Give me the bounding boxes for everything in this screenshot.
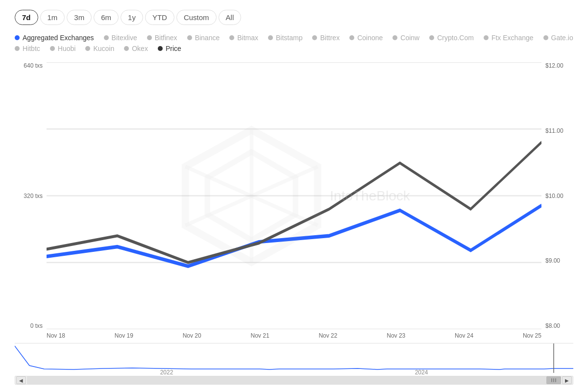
legend-dot-aggregated (15, 35, 20, 40)
legend-dot-bitexlive (104, 35, 109, 40)
chart-wrapper: 640 txs 320 txs 0 txs IntoTheBlock (15, 62, 573, 387)
legend-label-binance: Binance (195, 34, 220, 42)
mini-year-2024: 2024 (415, 369, 428, 376)
scroll-thumb[interactable] (546, 376, 561, 384)
legend-kucoin[interactable]: Kucoin (85, 45, 114, 52)
scroll-grip-line-1 (551, 378, 552, 382)
legend-label-coinw: Coinw (400, 34, 419, 42)
legend-dot-huobi (50, 46, 55, 51)
legend-aggregated-exchanges[interactable]: Aggregated Exchanges (15, 34, 94, 42)
legend-cryptocom[interactable]: Crypto.Com (429, 34, 474, 42)
x-label-nov24: Nov 24 (455, 332, 473, 339)
legend-label-gateio: Gate.io (551, 34, 573, 42)
legend-label-ftx: Ftx Exchange (491, 34, 534, 42)
time-btn-all[interactable]: All (219, 10, 242, 25)
main-chart-svg-container: IntoTheBlock (47, 62, 541, 329)
y-axis-left: 640 txs 320 txs 0 txs (15, 62, 47, 329)
legend-label-kucoin: Kucoin (93, 45, 114, 52)
time-btn-1y[interactable]: 1y (121, 10, 143, 25)
mini-chart-container: 2022 2024 ◀ ▶ (15, 343, 573, 387)
main-chart-area: 640 txs 320 txs 0 txs IntoTheBlock (15, 62, 573, 329)
legend-coinone[interactable]: Coinone (349, 34, 383, 42)
mini-year-2022: 2022 (160, 369, 173, 376)
legend-huobi[interactable]: Huobi (50, 45, 76, 52)
legend-dot-kucoin (85, 46, 90, 51)
x-label-nov25: Nov 25 (523, 332, 541, 339)
main-chart (47, 62, 541, 329)
legend-dot-okex (124, 46, 129, 51)
y-label-10: $10.00 (545, 193, 573, 199)
legend-dot-gateio (543, 35, 548, 40)
x-label-nov22: Nov 22 (318, 332, 337, 339)
time-range-selector: 7d 1m 3m 6m 1y YTD Custom All (15, 10, 573, 25)
time-btn-7d[interactable]: 7d (15, 10, 38, 25)
legend-bitmax[interactable]: Bitmax (229, 34, 258, 42)
time-btn-1m[interactable]: 1m (40, 10, 65, 25)
legend-dot-bitmax (229, 35, 234, 40)
scroll-thumb-grip (551, 378, 556, 382)
legend-price[interactable]: Price (158, 45, 181, 52)
legend-bitstamp[interactable]: Bitstamp (268, 34, 302, 42)
mini-chart-line (15, 346, 573, 369)
legend-dot-binance (187, 35, 192, 40)
x-label-nov19: Nov 19 (115, 332, 133, 339)
legend-bitfinex[interactable]: Bitfinex (147, 34, 177, 42)
legend-dot-coinw (392, 35, 397, 40)
legend-dot-bitfinex (147, 35, 152, 40)
legend-label-bitstamp: Bitstamp (276, 34, 302, 42)
time-btn-3m[interactable]: 3m (67, 10, 92, 25)
x-label-nov21: Nov 21 (251, 332, 270, 339)
x-label-nov20: Nov 20 (183, 332, 201, 339)
x-label-nov23: Nov 23 (387, 332, 405, 339)
scroll-track (27, 376, 561, 384)
y-label-320: 320 txs (15, 193, 43, 199)
legend-label-bittrex: Bittrex (320, 34, 340, 42)
legend-dot-hitbtc (15, 46, 20, 51)
y-axis-right: $12.00 $11.00 $10.00 $9.00 $8.00 (541, 62, 573, 329)
y-label-8: $8.00 (545, 322, 573, 329)
x-label-nov18: Nov 18 (47, 332, 65, 339)
scroll-left-arrow[interactable]: ◀ (16, 376, 26, 384)
time-btn-6m[interactable]: 6m (94, 10, 119, 25)
y-label-9: $9.00 (545, 257, 573, 264)
legend-hitbtc[interactable]: Hitbtc (15, 45, 40, 52)
legend-dot-cryptocom (429, 35, 434, 40)
y-label-12: $12.00 (545, 62, 573, 69)
legend-okex[interactable]: Okex (124, 45, 148, 52)
legend-label-huobi: Huobi (58, 45, 76, 52)
scroll-grip-line-2 (553, 378, 554, 382)
legend-dot-bitstamp (268, 35, 273, 40)
legend-gateio[interactable]: Gate.io (543, 34, 573, 42)
scroll-right-arrow[interactable]: ▶ (562, 376, 572, 384)
y-label-11: $11.00 (545, 127, 573, 134)
legend-bittrex[interactable]: Bittrex (312, 34, 340, 42)
time-btn-custom[interactable]: Custom (176, 10, 217, 25)
legend-ftx[interactable]: Ftx Exchange (484, 34, 534, 42)
legend-label-bitexlive: Bitexlive (112, 34, 137, 42)
legend-dot-bittrex (312, 35, 317, 40)
legend-dot-ftx (484, 35, 489, 40)
legend-label-bitmax: Bitmax (237, 34, 258, 42)
mini-chart (15, 343, 573, 373)
legend-label-okex: Okex (132, 45, 148, 52)
price-line (47, 143, 541, 263)
time-btn-ytd[interactable]: YTD (145, 10, 174, 25)
legend-label-bitfinex: Bitfinex (155, 34, 177, 42)
legend-label-price: Price (166, 45, 181, 52)
scroll-grip-line-3 (555, 378, 556, 382)
legend-binance[interactable]: Binance (187, 34, 220, 42)
legend-label-coinone: Coinone (357, 34, 383, 42)
legend-label-aggregated: Aggregated Exchanges (23, 34, 94, 42)
chart-legend: Aggregated Exchanges Bitexlive Bitfinex … (15, 34, 573, 52)
mini-scrollbar[interactable]: ◀ ▶ (15, 376, 573, 385)
y-label-0: 0 txs (15, 322, 43, 329)
x-axis: Nov 18 Nov 19 Nov 20 Nov 21 Nov 22 Nov 2… (15, 329, 573, 341)
legend-coinw[interactable]: Coinw (392, 34, 419, 42)
legend-dot-coinone (349, 35, 354, 40)
legend-bitexlive[interactable]: Bitexlive (104, 34, 137, 42)
legend-dot-price (158, 46, 163, 51)
legend-label-cryptocom: Crypto.Com (437, 34, 474, 42)
legend-label-hitbtc: Hitbtc (23, 45, 40, 52)
y-label-640: 640 txs (15, 62, 43, 69)
